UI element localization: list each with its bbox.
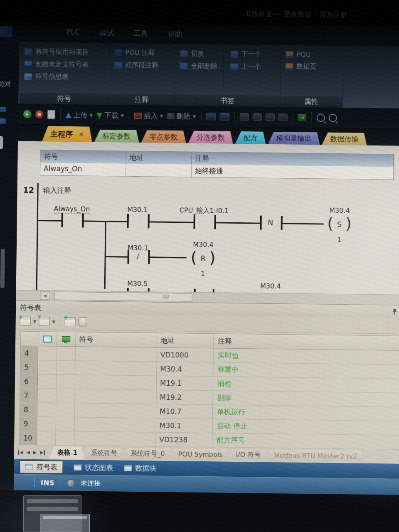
nc-slash-symbol: / xyxy=(134,252,142,261)
delete-table-button[interactable] xyxy=(39,317,49,326)
compile-button[interactable] xyxy=(47,110,55,119)
scroll-left-icon[interactable]: ◀ xyxy=(40,291,50,300)
tab-data-transfer[interactable]: 数据传输 xyxy=(322,132,367,145)
col-address[interactable]: 地址 xyxy=(157,333,214,348)
download-button[interactable]: ▼ 下载 ▼ xyxy=(96,110,124,120)
nav-first-icon[interactable]: ◀ xyxy=(18,449,23,455)
new-table-button[interactable] xyxy=(20,317,31,326)
delete-button[interactable]: 删除 ▼ xyxy=(167,111,196,121)
go-to-icon[interactable]: → xyxy=(298,114,306,121)
monitor-column-icon xyxy=(57,332,76,347)
sheet-tab-table1[interactable]: 表格 1 xyxy=(50,446,85,459)
app-icon[interactable] xyxy=(0,26,12,37)
create-undefined-symbol-table-button[interactable]: 创建未定义符号表 xyxy=(25,60,105,69)
tab-analog-output[interactable]: 模拟量输出 xyxy=(268,132,320,145)
download-caret-icon[interactable]: ▼ xyxy=(121,113,124,118)
previous-bookmark-icon xyxy=(230,63,238,70)
col-comment[interactable]: 注释 xyxy=(214,334,399,350)
ladder-editor[interactable]: 符号 地址 注释 Always_On 始终接通 12 输入注释 Always_O… xyxy=(16,141,399,295)
upload-button[interactable]: ▲ 上传 ▼ xyxy=(66,110,93,120)
menu-item-tools[interactable]: 工具 xyxy=(134,29,148,38)
ribbon-group-comment: POU 注释 程序段注释 注释 xyxy=(109,43,175,106)
network-comment[interactable]: 输入注释 xyxy=(43,185,71,195)
panel-toolbar-separator xyxy=(60,317,60,326)
pou-comment-button[interactable]: POU 注释 xyxy=(115,48,171,58)
data-page-button[interactable]: 数据页 xyxy=(286,62,339,71)
nav-last-icon[interactable]: ▶ xyxy=(40,450,45,455)
contact-m30-1-nc[interactable] xyxy=(127,250,129,264)
address-view-icon[interactable] xyxy=(239,113,249,121)
nav-next-icon[interactable]: ▶ xyxy=(33,450,37,455)
contact-label-cpu-input[interactable]: CPU_输入1:I0.1 xyxy=(172,206,236,216)
segment-comment-button[interactable]: 程序段注释 xyxy=(114,61,171,70)
symbol-info-table-button[interactable]: 符号信息表 xyxy=(25,72,105,82)
upload-caret-icon[interactable]: ▼ xyxy=(90,113,93,117)
application-window: B线称量--- 更改数据 - 添加注解 PLC 调试 工具 帮助 绝对 xyxy=(0,0,399,495)
window-tab-symbol-table[interactable]: 符号表 xyxy=(20,460,63,473)
contact-label-m30-5[interactable]: M30.5 xyxy=(122,280,153,288)
apply-stamp-button[interactable] xyxy=(78,317,87,326)
network-number[interactable]: 12 xyxy=(23,185,34,195)
pin-icon[interactable] xyxy=(392,308,397,317)
toggle-bookmark-button[interactable]: 切换 xyxy=(180,49,217,58)
contact-always-on[interactable] xyxy=(61,213,63,227)
h-scrollbar-thumb[interactable] xyxy=(54,292,192,302)
delete-caret-icon[interactable]: ▼ xyxy=(193,114,196,118)
window-tab-status-chart[interactable]: 状态图表 xyxy=(74,463,113,473)
previous-bookmark-button[interactable]: 上一个 xyxy=(230,62,261,71)
run-button[interactable]: ▶ xyxy=(23,110,32,118)
window-layout-icon[interactable] xyxy=(219,113,229,120)
ribbon-group-label-property: 属性 xyxy=(280,96,342,108)
window-split-icon[interactable] xyxy=(206,113,216,120)
left-toolbar-icon[interactable] xyxy=(0,118,6,124)
comment-view-icon[interactable] xyxy=(265,113,274,121)
sheet-tab-pou-symbols[interactable]: POU Symbols xyxy=(170,448,230,460)
menu-item-help[interactable]: 帮助 xyxy=(168,29,182,39)
tab-sorting-params[interactable]: 分选参数 xyxy=(188,131,233,144)
nav-previous-icon[interactable]: ◀ xyxy=(26,449,30,455)
coil-set-m30-4[interactable]: ( S ) xyxy=(323,211,356,235)
sheet-tab-modbus[interactable]: Modbus RTU Master2 (v2 xyxy=(266,450,365,462)
insert-caret-icon[interactable]: ▼ xyxy=(160,113,163,118)
contact-m30-1[interactable] xyxy=(127,214,128,228)
table-view-icon[interactable] xyxy=(278,113,287,121)
menu-item-plc[interactable]: PLC xyxy=(66,28,80,37)
delete-table-caret-icon[interactable]: ▼ xyxy=(52,319,55,324)
contact-label-always-on[interactable]: Always_On xyxy=(54,205,90,213)
menu-item-debug[interactable]: 调试 xyxy=(100,28,114,38)
zoom-search-icon[interactable] xyxy=(316,113,325,122)
tab-zero-params[interactable]: 零点参数 xyxy=(141,130,186,143)
coil-label-m30-4-partial[interactable]: M30.4 xyxy=(254,282,287,290)
symbol-view-icon[interactable] xyxy=(252,113,261,121)
contact-edge-n[interactable] xyxy=(260,216,261,230)
tab-close-icon[interactable]: × xyxy=(79,131,84,138)
insert-icon xyxy=(134,112,142,118)
project-tree-notch[interactable] xyxy=(0,136,3,149)
delete-all-bookmarks-button[interactable]: 全部删除 xyxy=(180,62,217,71)
tab-recipe[interactable]: 配方 xyxy=(235,131,266,144)
next-bookmark-button[interactable]: 下一个 xyxy=(230,50,261,59)
apply-symbols-button[interactable]: 将符号应用到项目 xyxy=(25,47,106,57)
var-address-cell[interactable] xyxy=(126,164,192,177)
insert-row-button[interactable] xyxy=(65,317,76,326)
var-symbol-cell[interactable]: Always_On xyxy=(40,163,126,176)
contact-label-m30-1[interactable]: M30.1 xyxy=(122,206,153,214)
tab-main-program[interactable]: 主程序 × xyxy=(42,126,92,142)
help-search-icon[interactable] xyxy=(328,114,337,122)
insert-button[interactable]: 插入 ▼ xyxy=(134,111,163,121)
new-table-caret-icon[interactable]: ▼ xyxy=(33,319,37,323)
coil-reset-m30-4[interactable]: ( R ) xyxy=(186,245,220,269)
contact-cpu-input[interactable] xyxy=(193,215,195,229)
window-tab-data-block[interactable]: 数据块 xyxy=(124,463,156,473)
sheet-tab-system-symbols[interactable]: 系统符号 xyxy=(83,447,125,458)
tab-calibration-params[interactable]: 标定参数 xyxy=(94,130,139,143)
col-symbol[interactable]: 符号 xyxy=(76,332,157,347)
sheet-tab-io-symbols[interactable]: I/O 符号 xyxy=(228,449,268,461)
var-comment-cell[interactable]: 始终接通 xyxy=(192,165,394,180)
stop-button[interactable] xyxy=(35,110,44,118)
left-toolbar-icon[interactable] xyxy=(0,107,6,112)
sheet-tab-system-symbols-0[interactable]: 系统符号_0 xyxy=(123,448,172,459)
left-scrollbar-thumb[interactable] xyxy=(0,249,5,288)
panel-title: 符号表 xyxy=(20,303,41,312)
pou-properties-button[interactable]: POU xyxy=(286,50,339,59)
